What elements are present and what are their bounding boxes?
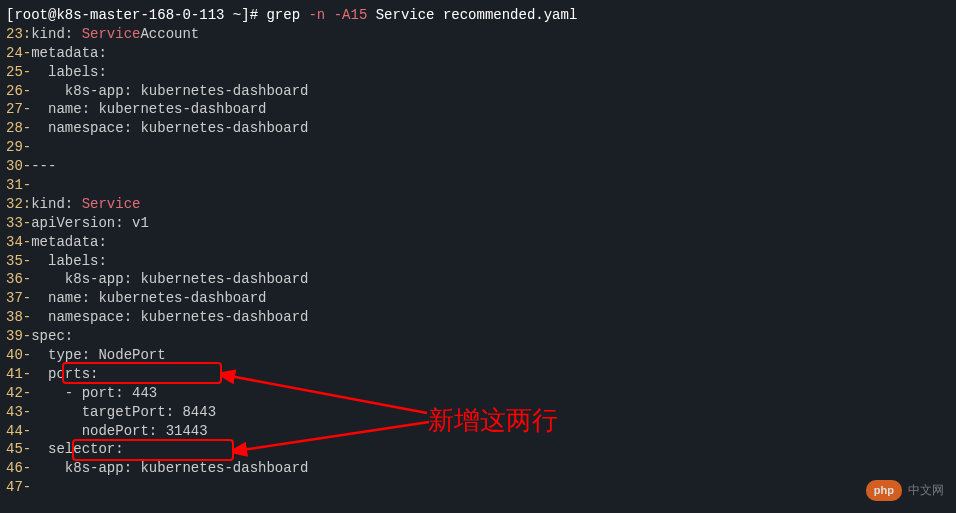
output-line: 30---- [6, 157, 950, 176]
separator: - [23, 385, 31, 401]
line-number: 44 [6, 423, 23, 439]
output-line: 34-metadata: [6, 233, 950, 252]
watermark: php 中文网 [866, 480, 944, 501]
line-text: labels: [31, 253, 107, 269]
annotation-text: 新增这两行 [428, 403, 558, 438]
line-number: 30 [6, 158, 23, 174]
separator: - [23, 177, 31, 193]
line-text: k8s-app: kubernetes-dashboard [31, 460, 308, 476]
line-number: 39 [6, 328, 23, 344]
separator: : [23, 196, 31, 212]
separator: - [23, 441, 31, 457]
command-flags: -n -A15 [308, 7, 367, 23]
output-line: 47- [6, 478, 950, 497]
line-number: 38 [6, 309, 23, 325]
output-line: 41- ports: [6, 365, 950, 384]
line-number: 47 [6, 479, 23, 495]
command-name: grep [266, 7, 308, 23]
separator: - [23, 404, 31, 420]
line-text: namespace: kubernetes-dashboard [31, 120, 308, 136]
line-number: 46 [6, 460, 23, 476]
line-number: 27 [6, 101, 23, 117]
output-line: 38- namespace: kubernetes-dashboard [6, 308, 950, 327]
match-highlight: Service [82, 26, 141, 42]
separator: - [23, 460, 31, 476]
line-text: name: kubernetes-dashboard [31, 101, 266, 117]
separator: - [23, 139, 31, 155]
line-number: 45 [6, 441, 23, 457]
output-line: 31- [6, 176, 950, 195]
separator: - [23, 366, 31, 382]
separator: - [23, 215, 31, 231]
separator: - [23, 45, 31, 61]
line-text: k8s-app: kubernetes-dashboard [31, 83, 308, 99]
line-text: - port: 443 [31, 385, 157, 401]
output-line: 35- labels: [6, 252, 950, 271]
line-number: 33 [6, 215, 23, 231]
line-text: namespace: kubernetes-dashboard [31, 309, 308, 325]
line-text: k8s-app: kubernetes-dashboard [31, 271, 308, 287]
line-text-suffix: Account [140, 26, 199, 42]
command-args: Service recommended.yaml [367, 7, 577, 23]
separator: : [23, 26, 31, 42]
line-number: 35 [6, 253, 23, 269]
separator: - [23, 423, 31, 439]
separator: - [23, 234, 31, 250]
output-line: 46- k8s-app: kubernetes-dashboard [6, 459, 950, 478]
line-text: type: NodePort [31, 347, 165, 363]
line-number: 43 [6, 404, 23, 420]
output-line: 45- selector: [6, 440, 950, 459]
output-line: 24-metadata: [6, 44, 950, 63]
line-text: --- [31, 158, 56, 174]
line-number: 24 [6, 45, 23, 61]
output-line: 40- type: NodePort [6, 346, 950, 365]
separator: - [23, 83, 31, 99]
line-text: metadata: [31, 234, 107, 250]
line-number: 26 [6, 83, 23, 99]
separator: - [23, 158, 31, 174]
output-line: 36- k8s-app: kubernetes-dashboard [6, 270, 950, 289]
output-line: 42- - port: 443 [6, 384, 950, 403]
match-highlight: Service [82, 196, 141, 212]
output-line: 32:kind: Service [6, 195, 950, 214]
line-number: 31 [6, 177, 23, 193]
output-line: 37- name: kubernetes-dashboard [6, 289, 950, 308]
line-text: ports: [31, 366, 98, 382]
line-text: metadata: [31, 45, 107, 61]
line-text: name: kubernetes-dashboard [31, 290, 266, 306]
output-line: 39-spec: [6, 327, 950, 346]
line-number: 36 [6, 271, 23, 287]
separator: - [23, 120, 31, 136]
line-number: 28 [6, 120, 23, 136]
line-number: 23 [6, 26, 23, 42]
command-prompt: [root@k8s-master-168-0-113 ~]# grep -n -… [6, 6, 950, 25]
separator: - [23, 309, 31, 325]
user-host: [root@k8s-master-168-0-113 ~]# [6, 7, 266, 23]
line-number: 41 [6, 366, 23, 382]
line-text: targetPort: 8443 [31, 404, 216, 420]
separator: - [23, 328, 31, 344]
line-number: 32 [6, 196, 23, 212]
line-text: selector: [31, 441, 123, 457]
line-text: labels: [31, 64, 107, 80]
line-number: 37 [6, 290, 23, 306]
line-number: 42 [6, 385, 23, 401]
separator: - [23, 101, 31, 117]
separator: - [23, 271, 31, 287]
separator: - [23, 253, 31, 269]
separator: - [23, 64, 31, 80]
separator: - [23, 347, 31, 363]
line-number: 25 [6, 64, 23, 80]
output-line: 26- k8s-app: kubernetes-dashboard [6, 82, 950, 101]
line-text: nodePort: 31443 [31, 423, 207, 439]
output-line: 33-apiVersion: v1 [6, 214, 950, 233]
output-line: 27- name: kubernetes-dashboard [6, 100, 950, 119]
line-number: 40 [6, 347, 23, 363]
output-line: 28- namespace: kubernetes-dashboard [6, 119, 950, 138]
line-text: spec: [31, 328, 73, 344]
watermark-text: 中文网 [908, 482, 944, 498]
output-line: 29- [6, 138, 950, 157]
separator: - [23, 290, 31, 306]
line-text: kind: [31, 196, 81, 212]
line-number: 34 [6, 234, 23, 250]
